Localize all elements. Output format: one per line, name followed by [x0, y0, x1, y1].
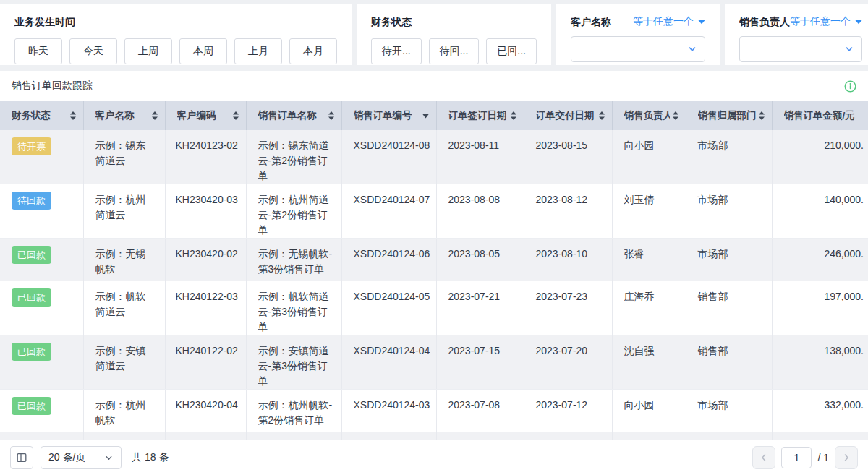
cell-no: XSDD240124-02 — [341, 432, 436, 440]
cell-person: 刘玉倩 — [612, 184, 686, 239]
cell-sign: 2023-07-07 — [436, 432, 524, 440]
time-filter-last-week-button[interactable]: 上周 — [124, 38, 172, 64]
cell-person: 向小园 — [612, 130, 686, 184]
cell-no: XSDD240124-04 — [341, 335, 436, 390]
cell-person: 庄海乔 — [612, 281, 686, 335]
table-row[interactable]: 待回款示例：杭州简道云KH230420-03示例：杭州简道云-第2份销售订单XS… — [0, 184, 868, 239]
table-row[interactable]: 已回款示例：杭州帆软KH230420-04示例：杭州帆软-第2份销售订单XSDD… — [0, 390, 868, 432]
customer-select[interactable] — [571, 36, 705, 62]
cell-sign: 2023-08-11 — [436, 130, 524, 184]
cell-deliver: 2023-07-23 — [524, 281, 612, 335]
column-header-no[interactable]: 销售订单编号 — [341, 101, 436, 130]
table-row[interactable]: 已回款示例：无锡帆软KH230420-02示例：无锡帆软-第3份销售订单XSDD… — [0, 239, 868, 281]
column-header-customer[interactable]: 客户名称 — [83, 101, 165, 130]
time-filter-last-month-button[interactable]: 上月 — [234, 38, 282, 64]
page-input[interactable] — [781, 447, 812, 468]
cell-amount: 197,000. — [772, 281, 868, 335]
next-page-button[interactable] — [835, 446, 858, 469]
time-filter-this-week-button[interactable]: 本周 — [179, 38, 227, 64]
cell-deliver: 2023-07-12 — [524, 390, 612, 432]
sort-icon — [70, 111, 76, 120]
caret-down-icon — [855, 19, 862, 25]
cell-customer: 示例：安镇帆软 — [83, 432, 165, 440]
status-badge: 已回款 — [12, 288, 51, 307]
column-freeze-icon[interactable] — [10, 446, 33, 469]
column-header-deliver[interactable]: 订单交付日期 — [524, 101, 612, 130]
table-scroll-area[interactable]: 财务状态客户名称客户编码销售订单名称销售订单编号订单签订日期订单交付日期销售负责… — [0, 101, 868, 440]
status-badge: 已回款 — [12, 246, 51, 264]
chevron-down-icon — [104, 453, 114, 463]
status-badge: 待回款 — [12, 192, 51, 210]
cell-deliver: 2023-07-12 — [524, 432, 612, 440]
cell-dept: 市场部 — [686, 184, 772, 239]
time-filter-today-button[interactable]: 今天 — [69, 38, 117, 64]
caret-down-icon — [698, 19, 705, 25]
page-size-select[interactable]: 20 条/页 — [41, 446, 122, 469]
status-badge: 待开票 — [12, 137, 51, 155]
cell-deliver: 2023-08-15 — [524, 130, 612, 184]
cell-dept: 销售部 — [686, 281, 772, 335]
sort-icon — [233, 111, 239, 120]
column-header-code[interactable]: 客户编码 — [165, 101, 246, 130]
cell-amount: 246,000. — [772, 239, 868, 281]
sales-operator-text: 等于任意一个 — [790, 15, 851, 28]
sales-person-select[interactable] — [739, 36, 862, 62]
cell-no: XSDD240124-03 — [341, 390, 436, 432]
column-header-sign[interactable]: 订单签订日期 — [436, 101, 524, 130]
cell-deliver: 2023-07-20 — [524, 335, 612, 390]
cell-sign: 2023-07-21 — [436, 281, 524, 335]
page: 业务发生时间 昨天 今天 上周 本周 上月 本月 财务状态 待开... 待回..… — [0, 4, 868, 475]
column-header-dept[interactable]: 销售归属部门 — [686, 101, 772, 130]
cell-sign: 2023-08-05 — [436, 239, 524, 281]
table-footer: 20 条/页 共 18 条 / 1 — [0, 440, 868, 475]
time-filter-yesterday-button[interactable]: 昨天 — [14, 38, 62, 64]
cell-status: 待回款 — [0, 184, 83, 239]
cell-person: 沈自强 — [612, 335, 686, 390]
cell-dept: 销售部 — [686, 335, 772, 390]
cell-dept: 市场部 — [686, 390, 772, 432]
sort-icon — [673, 111, 678, 120]
customer-operator-dropdown[interactable]: 等于任意一个 — [633, 15, 705, 28]
table-row[interactable]: 已回款示例：安镇简道云KH240122-02示例：安镇简道云-第3份销售订单XS… — [0, 335, 868, 390]
cell-no: XSDD240124-06 — [341, 239, 436, 281]
cell-sign: 2023-07-08 — [436, 390, 524, 432]
time-filter-this-month-button[interactable]: 本月 — [289, 38, 337, 64]
table-row[interactable]: 已回款示例：帆软简道云KH240122-03示例：帆软简道云-第3份销售订单XS… — [0, 281, 868, 335]
table-row[interactable]: 待开票示例：锡东简道云KH240123-02示例：锡东简道云-第2份销售订单XS… — [0, 130, 868, 184]
chevron-right-icon — [841, 453, 851, 463]
sales-person-filter-label: 销售负责人 — [739, 14, 790, 29]
status-filter-paid-button[interactable]: 已回... — [486, 38, 537, 64]
time-filter-label: 业务发生时间 — [14, 14, 337, 29]
column-header-amount[interactable]: 销售订单金额/元 — [772, 101, 868, 130]
cell-status: 已回款 — [0, 281, 83, 335]
sort-icon — [599, 111, 605, 120]
table-header-row: 财务状态客户名称客户编码销售订单名称销售订单编号订单签订日期订单交付日期销售负责… — [0, 101, 868, 130]
column-header-name[interactable]: 销售订单名称 — [246, 101, 341, 130]
table-title: 销售订单回款跟踪 — [12, 80, 93, 93]
sales-operator-dropdown[interactable]: 等于任意一个 — [790, 15, 862, 28]
column-header-person[interactable]: 销售负责人 — [612, 101, 686, 130]
filter-panel-time: 业务发生时间 昨天 今天 上周 本周 上月 本月 — [0, 4, 352, 65]
status-filter-pending-invoice-button[interactable]: 待开... — [371, 38, 422, 64]
cell-status: 已回款 — [0, 432, 83, 440]
info-icon[interactable] — [844, 80, 856, 93]
cell-name: 示例：锡东简道云-第2份销售订单 — [246, 130, 341, 184]
cell-deliver: 2023-08-10 — [524, 239, 612, 281]
cell-customer: 示例：无锡帆软 — [83, 239, 165, 281]
cell-amount: 125,000. — [772, 432, 868, 440]
prev-page-button[interactable] — [752, 446, 775, 469]
table-row[interactable]: 已回款示例：安镇帆软KH240122-01示例：安镇帆软-第2份销售订单XSDD… — [0, 432, 868, 440]
column-header-status[interactable]: 财务状态 — [0, 101, 83, 130]
cell-code: KH240122-02 — [165, 335, 246, 390]
cell-code: KH230420-03 — [165, 184, 246, 239]
customer-filter-label: 客户名称 — [571, 14, 611, 29]
status-filter-pending-payment-button[interactable]: 待回... — [429, 38, 480, 64]
cell-person: 张睿 — [612, 239, 686, 281]
cell-status: 已回款 — [0, 390, 83, 432]
cell-customer: 示例：锡东简道云 — [83, 130, 165, 184]
cell-dept: 市场部 — [686, 239, 772, 281]
sales-order-tracking-card: 销售订单回款跟踪 财务状态客户名称客户编码销售订单名称销售订单编号订单签订日期订… — [0, 71, 868, 475]
cell-amount: 140,000. — [772, 184, 868, 239]
cell-name: 示例：帆软简道云-第3份销售订单 — [246, 281, 341, 335]
filter-bar: 业务发生时间 昨天 今天 上周 本周 上月 本月 财务状态 待开... 待回..… — [0, 4, 868, 65]
